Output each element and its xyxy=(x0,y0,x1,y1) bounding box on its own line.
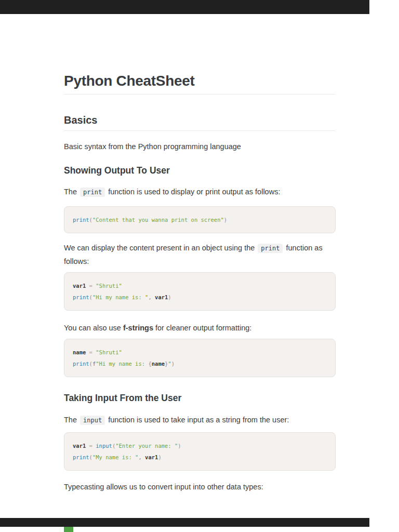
divider xyxy=(64,130,335,131)
code-block-var-print: var1 = "Shruti"print("Hi my name is: ", … xyxy=(64,272,336,311)
code-line: var1 = "Shruti" xyxy=(73,280,327,291)
subsection-heading-showing-output: Showing Output To User xyxy=(64,165,335,176)
code-block-input-cast: var1 = input("Enter your name: ")print("… xyxy=(64,432,336,471)
code-token-st: "My name is: " xyxy=(92,454,139,460)
code-token-va: var1 xyxy=(73,283,86,289)
paragraph-intro: Basic syntax from the Python programming… xyxy=(64,140,335,153)
text-run: The xyxy=(64,188,79,196)
code-token-st: "Hi my name is: xyxy=(96,361,148,367)
code-token-va: name xyxy=(152,361,165,367)
viewer-top-gap xyxy=(0,0,369,14)
code-token-va: var1 xyxy=(145,454,158,460)
code-token-st: "Hi my name is: " xyxy=(92,294,148,300)
paragraph-print-intro: The print function is used to display or… xyxy=(64,185,335,199)
code-token-pu: , xyxy=(138,454,145,460)
code-line: print(f"Hi my name is: {name}") xyxy=(73,358,327,369)
code-token-pu: , xyxy=(148,294,155,300)
code-block-fstring: name = "Shruti"print(f"Hi my name is: {n… xyxy=(64,339,336,377)
code-token-fn: print xyxy=(73,454,89,460)
text-run: function is used to display or print out… xyxy=(106,188,280,196)
subsection-heading-taking-input: Taking Input From the User xyxy=(64,393,335,404)
code-line: print("My name is: ", var1) xyxy=(73,451,327,463)
code-token-op: = xyxy=(86,349,96,355)
code-token-fn: print xyxy=(73,217,89,223)
code-token-op: = xyxy=(86,443,96,449)
text-run: The xyxy=(64,416,79,424)
text-run: function is used to take input as a stri… xyxy=(106,416,289,424)
section-heading-basics: Basics xyxy=(64,114,335,126)
text-run: Basic syntax from the Python programming… xyxy=(64,142,241,151)
inline-code: input xyxy=(80,416,105,425)
next-page-peek-accent xyxy=(64,527,73,532)
code-token-st: "Shruti" xyxy=(96,349,122,355)
paragraph-typecasting: Typecasting allows us to convert input i… xyxy=(64,481,335,494)
inline-code: print xyxy=(258,244,283,253)
page-title: Python CheatSheet xyxy=(64,73,335,89)
code-line: var1 = input("Enter your name: ") xyxy=(73,440,327,451)
code-token-va: name xyxy=(73,349,86,355)
text-run: function as xyxy=(284,244,322,252)
code-token-st: "Shruti" xyxy=(96,283,122,289)
bold-text: f-strings xyxy=(123,324,153,332)
text-run: You can also use xyxy=(64,324,123,332)
code-token-fn: print xyxy=(73,294,89,300)
paragraph-input-intro: The input function is used to take input… xyxy=(64,414,335,427)
divider xyxy=(64,94,335,95)
code-token-pu: ) xyxy=(158,454,161,460)
inline-code: print xyxy=(80,188,105,197)
code-token-va: var1 xyxy=(155,294,168,300)
paragraph-object-display: We can display the content present in an… xyxy=(64,242,335,268)
code-token-fn: input xyxy=(96,443,112,449)
text-run: for cleaner output formatting: xyxy=(153,324,251,332)
paragraph-fstrings: You can also use f-strings for cleaner o… xyxy=(64,322,335,335)
text-run: Typecasting allows us to convert input i… xyxy=(64,483,263,491)
code-token-st: "Enter your name: " xyxy=(115,443,178,449)
code-token-pu: ) xyxy=(224,217,227,223)
code-line: print("Hi my name is: ", var1) xyxy=(73,291,327,303)
code-token-pu: ) xyxy=(178,443,181,449)
text-run: We can display the content present in an… xyxy=(64,244,257,252)
code-token-op: = xyxy=(86,283,96,289)
code-token-st: "Content that you wanna print on screen" xyxy=(92,217,224,223)
text-run: follows: xyxy=(64,257,89,265)
code-token-fn: print xyxy=(73,361,89,367)
viewer-bottom-gap xyxy=(0,518,369,527)
code-block-print-basic: print("Content that you wanna print on s… xyxy=(64,206,336,233)
code-line: name = "Shruti" xyxy=(73,347,327,358)
code-token-pu: ) xyxy=(168,294,171,300)
code-token-pu: ) xyxy=(171,361,175,367)
code-token-va: var1 xyxy=(73,443,86,449)
code-line: print("Content that you wanna print on s… xyxy=(73,214,327,225)
